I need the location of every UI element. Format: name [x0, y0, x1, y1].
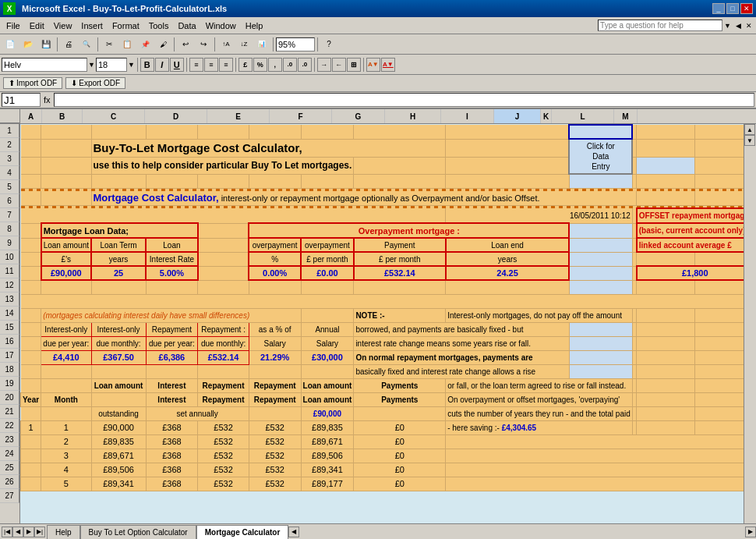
cell-annual-salary-sub[interactable]: Salary: [301, 336, 354, 350]
font-dropdown-icon[interactable]: ▼: [88, 61, 95, 69]
cell-k6[interactable]: [637, 191, 695, 205]
cell-overpay-monthly-hdr[interactable]: overpayment: [301, 238, 354, 252]
help-search-input[interactable]: [598, 20, 722, 31]
cell-year26[interactable]: [21, 463, 41, 477]
cell-a20[interactable]: [21, 378, 41, 392]
cell-int-only-month-hdr[interactable]: Interest-only: [91, 322, 146, 336]
menu-format[interactable]: Format: [108, 20, 144, 32]
cell-month27[interactable]: 5: [41, 477, 91, 491]
cell-note-text5[interactable]: basically fixed and interest rate change…: [354, 364, 570, 378]
cell-c1[interactable]: [91, 125, 146, 139]
cell-m21[interactable]: [695, 392, 744, 406]
scroll-right-btn[interactable]: ▶: [745, 527, 756, 537]
menu-tools[interactable]: Tools: [144, 20, 174, 32]
cell-l2[interactable]: [637, 139, 695, 158]
col-header-g[interactable]: G: [332, 109, 385, 123]
row-header-12[interactable]: 12: [0, 278, 19, 293]
cell-l15[interactable]: [637, 308, 695, 322]
col-header-h[interactable]: H: [385, 109, 441, 123]
open-btn[interactable]: 📂: [19, 37, 37, 52]
vertical-scrollbar[interactable]: ▲ ▼: [744, 124, 756, 523]
cell-i2[interactable]: [446, 139, 570, 158]
cell-j11[interactable]: [569, 252, 632, 266]
cell-pct-salary-val[interactable]: 21.29%: [249, 350, 301, 364]
italic-btn[interactable]: I: [155, 58, 169, 72]
cell-g4[interactable]: [301, 174, 354, 188]
cell-note-text1[interactable]: Interest-only mortgages, do not pay off …: [446, 308, 633, 322]
cell-g19[interactable]: [301, 364, 354, 378]
import-odf-btn[interactable]: ⬆ Import ODF: [3, 77, 62, 89]
cell-a22[interactable]: [21, 406, 41, 420]
cell-repay-month-sub[interactable]: due monthly:: [198, 336, 249, 350]
cell-g3[interactable]: [354, 158, 446, 174]
cell-repay-year-hdr[interactable]: Repayment: [146, 322, 198, 336]
cell-b2[interactable]: [41, 139, 91, 158]
menu-view[interactable]: View: [49, 20, 77, 32]
cell-d1[interactable]: [146, 125, 198, 139]
export-odf-btn[interactable]: ⬇ Export ODF: [65, 77, 125, 89]
cell-repay27[interactable]: £532: [198, 477, 249, 491]
row-header-14[interactable]: 14: [0, 307, 19, 321]
align-center-btn[interactable]: ≡: [204, 58, 218, 72]
cell-loan-end-sub[interactable]: years: [446, 252, 570, 266]
cell-loanfwd27[interactable]: £89,177: [301, 477, 354, 491]
cell-j13[interactable]: [569, 280, 632, 294]
row-header-2[interactable]: 2: [0, 138, 19, 152]
cell-b19[interactable]: [41, 364, 91, 378]
cell-l20[interactable]: [637, 378, 695, 392]
cell-actual27[interactable]: £532: [249, 477, 301, 491]
cell-m15[interactable]: [695, 308, 744, 322]
cell-a4[interactable]: [21, 174, 41, 188]
cell-b13[interactable]: [41, 280, 91, 294]
cell-overpay-pct-sub[interactable]: %: [249, 252, 301, 266]
cell-offset-sub2[interactable]: linked account average £: [637, 238, 744, 252]
cell-int-only-year-val[interactable]: £4,410: [41, 350, 91, 364]
row-header-3[interactable]: 3: [0, 152, 19, 166]
tab-last-btn[interactable]: ▶|: [34, 527, 45, 537]
print-btn[interactable]: 🖨: [60, 37, 77, 52]
cell-l22[interactable]: [637, 406, 695, 420]
col-header-e[interactable]: E: [207, 109, 270, 123]
new-btn[interactable]: 📄: [2, 37, 19, 52]
cell-h4[interactable]: [354, 174, 446, 188]
cell-loanfwd23[interactable]: £89,835: [301, 420, 354, 434]
tab-prev-btn[interactable]: ◀: [12, 527, 23, 537]
cell-note15[interactable]: (mortgages calculating interest daily ha…: [41, 308, 301, 322]
close-btn[interactable]: ✕: [740, 3, 753, 14]
cell-a15[interactable]: [21, 308, 41, 322]
font-input[interactable]: [2, 58, 87, 72]
cell-repay-year-val[interactable]: £6,386: [146, 350, 198, 364]
tab-help[interactable]: Help: [47, 525, 80, 539]
row-header-5[interactable]: 5: [0, 180, 19, 194]
cell-a18[interactable]: [21, 350, 41, 364]
cell-a11[interactable]: [21, 252, 41, 266]
cell-interest23[interactable]: £368: [146, 420, 198, 434]
cell-payments-saved-hdr[interactable]: Payments: [354, 392, 446, 406]
cell-h13[interactable]: [354, 280, 446, 294]
cell-repay23[interactable]: £532: [198, 420, 249, 434]
col-header-i[interactable]: I: [441, 109, 494, 123]
menu-file[interactable]: File: [2, 20, 25, 32]
cell-year24[interactable]: [21, 434, 41, 449]
cell-repayment-due-hdr[interactable]: Repayment: [198, 392, 249, 406]
tab-first-btn[interactable]: |◀: [2, 527, 12, 537]
cell-j12[interactable]: [569, 266, 632, 280]
format-painter-btn[interactable]: 🖌: [154, 37, 171, 52]
cell-note-text4[interactable]: On normal repayment mortgages, payments …: [354, 350, 570, 364]
cell-interest26[interactable]: £368: [146, 463, 198, 477]
cell-j18[interactable]: [569, 350, 632, 364]
indent-btn[interactable]: →: [317, 58, 331, 72]
cell-rate-val[interactable]: 5.00%: [146, 266, 198, 280]
col-header-a[interactable]: A: [20, 109, 42, 123]
cell-h3[interactable]: [446, 158, 570, 174]
cell-l11[interactable]: [637, 252, 695, 266]
cell-h22[interactable]: [354, 406, 446, 420]
cell-row24-fill[interactable]: [446, 434, 744, 449]
cell-loan24[interactable]: £89,835: [91, 434, 146, 449]
cell-overpay-pct-val[interactable]: 0.00%: [249, 266, 301, 280]
print-preview-btn[interactable]: 🔍: [78, 37, 95, 52]
col-header-d[interactable]: D: [145, 109, 207, 123]
cell-actual25[interactable]: £532: [249, 449, 301, 463]
undo-btn[interactable]: ↩: [177, 37, 194, 52]
cell-j16[interactable]: [569, 322, 632, 336]
